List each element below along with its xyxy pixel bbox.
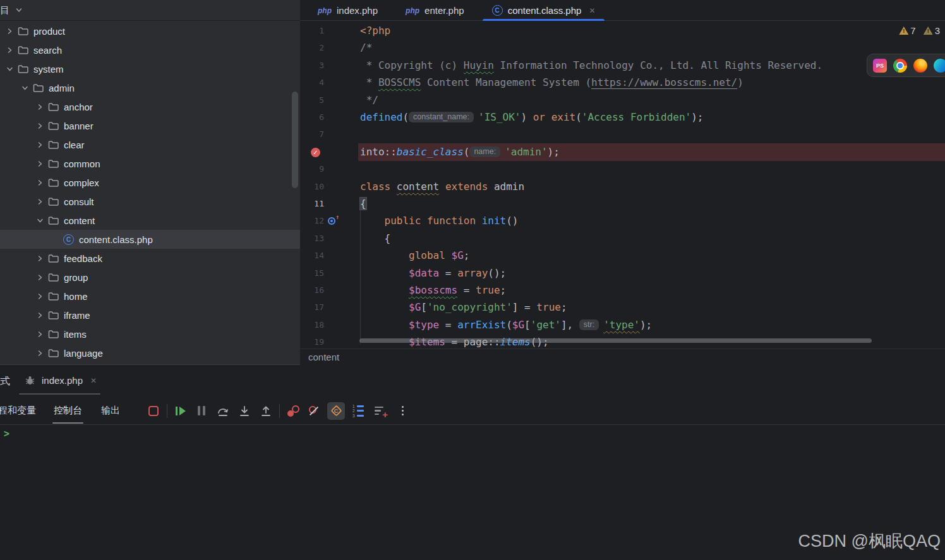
chevron-right-icon[interactable] bbox=[35, 159, 44, 168]
tree-item-consult[interactable]: consult bbox=[0, 192, 300, 211]
chevron-right-icon[interactable] bbox=[5, 27, 14, 35]
line-number[interactable]: 6 bbox=[300, 109, 324, 126]
chevron-right-icon[interactable] bbox=[35, 140, 44, 149]
override-method-icon[interactable]: ↑ bbox=[328, 217, 337, 225]
ordered-list-button[interactable]: 1 2 3 bbox=[351, 404, 365, 418]
tree-item-complex[interactable]: complex bbox=[0, 173, 300, 192]
line-number[interactable]: 19 bbox=[300, 333, 324, 349]
chevron-right-icon[interactable] bbox=[35, 102, 44, 111]
line-number[interactable]: 17 bbox=[300, 299, 324, 316]
code-line-18[interactable]: 18 $type = arrExist($G['get'], str:'type… bbox=[300, 316, 945, 334]
stop-button[interactable] bbox=[147, 404, 160, 418]
tab-output[interactable]: 输出 bbox=[99, 397, 123, 425]
code-line-7[interactable]: 7 bbox=[300, 126, 945, 143]
breakpoint-icon[interactable]: ✓ bbox=[311, 148, 320, 157]
code-line-1[interactable]: 1<?php bbox=[300, 22, 945, 40]
phpstorm-icon[interactable]: PS bbox=[873, 59, 887, 73]
tree-item-content.class.php[interactable]: Ccontent.class.php bbox=[0, 230, 300, 249]
tree-item-search[interactable]: search bbox=[0, 40, 300, 59]
edge-icon[interactable] bbox=[934, 59, 945, 73]
line-number[interactable]: 13 bbox=[300, 230, 324, 247]
code-line-4[interactable]: 4 * BOSSCMS Content Management System (h… bbox=[300, 74, 945, 92]
line-number[interactable]: 11 bbox=[300, 195, 324, 213]
tree-item-feedback[interactable]: feedback bbox=[0, 249, 300, 268]
close-icon[interactable]: ✕ bbox=[90, 376, 97, 385]
debug-session-tab[interactable]: index.php ✕ bbox=[19, 365, 100, 396]
editor-horizontal-scrollbar[interactable] bbox=[359, 338, 872, 343]
chevron-right-icon[interactable] bbox=[35, 292, 44, 301]
chevron-down-icon[interactable] bbox=[35, 216, 44, 225]
code-area[interactable]: 1<?php2/*3 * Copyright (c) Huyin Informa… bbox=[300, 0, 945, 349]
tree-item-admin[interactable]: admin bbox=[0, 78, 300, 97]
code-line-2[interactable]: 2/* bbox=[300, 39, 945, 57]
code-line-12[interactable]: 12↑ public function init() bbox=[300, 212, 945, 230]
pause-button[interactable] bbox=[195, 404, 208, 418]
line-number[interactable]: 18 bbox=[300, 316, 324, 334]
view-breakpoints-button[interactable] bbox=[286, 404, 300, 418]
code-line-14[interactable]: 14 global $G; bbox=[300, 247, 945, 265]
chevron-right-icon[interactable] bbox=[35, 349, 44, 357]
inspections-widget[interactable]: ! 7 ! 3 bbox=[899, 25, 940, 36]
chevron-right-icon[interactable] bbox=[35, 197, 44, 206]
chevron-right-icon[interactable] bbox=[5, 45, 14, 54]
chevron-right-icon[interactable] bbox=[35, 178, 44, 187]
chevron-down-icon[interactable] bbox=[5, 64, 14, 73]
line-number[interactable]: 9 bbox=[300, 160, 324, 178]
php-console-button[interactable]: C bbox=[327, 402, 345, 420]
firefox-icon[interactable] bbox=[913, 59, 927, 73]
console-prompt[interactable]: > bbox=[4, 428, 9, 439]
chevron-right-icon[interactable] bbox=[35, 121, 44, 130]
chevron-right-icon[interactable] bbox=[35, 311, 44, 319]
line-number[interactable]: 10 bbox=[300, 178, 324, 196]
code-line-9[interactable]: 9 bbox=[300, 160, 945, 178]
line-number[interactable]: 5 bbox=[300, 92, 324, 109]
code-line-10[interactable]: 10class content extends admin bbox=[300, 178, 945, 196]
tab-console[interactable]: 控制台 bbox=[51, 397, 85, 425]
line-number[interactable]: 7 bbox=[300, 126, 324, 143]
tree-scrollbar[interactable] bbox=[292, 92, 298, 188]
code-line-6[interactable]: 6defined(constant_name:'IS_OK') or exit(… bbox=[300, 109, 945, 126]
tree-item-product[interactable]: product bbox=[0, 21, 300, 40]
tree-item-language[interactable]: language bbox=[0, 343, 300, 362]
chevron-down-icon[interactable] bbox=[20, 83, 29, 92]
warnings-badge[interactable]: ! 7 bbox=[899, 25, 915, 36]
line-number[interactable]: 1 bbox=[300, 22, 324, 40]
code-line-13[interactable]: 13 { bbox=[300, 230, 945, 247]
code-line-11[interactable]: 11{ bbox=[300, 195, 945, 213]
resume-button[interactable] bbox=[174, 404, 188, 418]
tree-item-system[interactable]: system bbox=[0, 59, 300, 78]
tree-item-iframe[interactable]: iframe bbox=[0, 306, 300, 325]
chevron-down-icon[interactable] bbox=[15, 6, 23, 15]
more-options-button[interactable] bbox=[395, 404, 409, 418]
tree-item-group[interactable]: group bbox=[0, 268, 300, 287]
chevron-right-icon[interactable] bbox=[35, 330, 44, 338]
code-line-5[interactable]: 5 */ bbox=[300, 92, 945, 109]
line-number[interactable]: 15 bbox=[300, 265, 324, 282]
tree-item-anchor[interactable]: anchor bbox=[0, 97, 300, 116]
tab-threads-variables[interactable]: 程和变量 bbox=[0, 397, 39, 425]
chevron-right-icon[interactable] bbox=[35, 273, 44, 282]
chevron-right-icon[interactable] bbox=[35, 254, 44, 263]
tree-item-common[interactable]: common bbox=[0, 154, 300, 173]
line-number[interactable]: 14 bbox=[300, 247, 324, 265]
tree-item-home[interactable]: home bbox=[0, 287, 300, 306]
line-number[interactable]: 4 bbox=[300, 74, 324, 92]
code-line-16[interactable]: 16 $bosscms = true; bbox=[300, 282, 945, 299]
step-over-button[interactable] bbox=[216, 404, 230, 418]
chrome-icon[interactable] bbox=[893, 59, 907, 73]
add-to-watches-button[interactable]: + bbox=[373, 404, 387, 418]
line-number[interactable]: 16 bbox=[300, 282, 324, 299]
code-line-17[interactable]: 17 $G['no_copyright'] = true; bbox=[300, 299, 945, 316]
line-number[interactable]: 3 bbox=[300, 57, 324, 74]
weak-warnings-badge[interactable]: ! 3 bbox=[924, 25, 940, 36]
code-line-3[interactable]: 3 * Copyright (c) Huyin Information Tech… bbox=[300, 57, 945, 74]
line-number[interactable]: 12 bbox=[300, 212, 324, 230]
code-line-8[interactable]: ✓into::basic_class(name:'admin'); bbox=[300, 143, 945, 161]
code-line-15[interactable]: 15 $data = array(); bbox=[300, 265, 945, 282]
step-into-button[interactable] bbox=[238, 404, 251, 418]
tree-item-banner[interactable]: banner bbox=[0, 116, 300, 135]
line-number[interactable]: 2 bbox=[300, 39, 324, 57]
tree-item-clear[interactable]: clear bbox=[0, 135, 300, 154]
tree-item-content[interactable]: content bbox=[0, 211, 300, 230]
mute-breakpoints-button[interactable] bbox=[307, 404, 321, 418]
